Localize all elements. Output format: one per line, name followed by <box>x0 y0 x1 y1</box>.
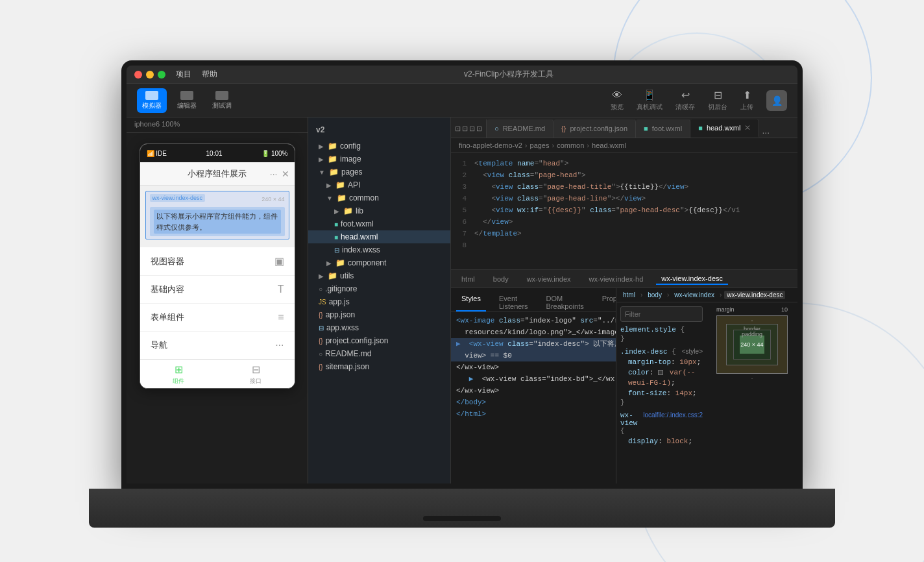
code-line-3: 3 <view class="page-head-title">{{title}… <box>451 181 797 193</box>
tree-item-api[interactable]: ▶ 📁 API <box>308 178 450 191</box>
properties-tab[interactable]: Properties <box>597 293 616 312</box>
tree-item-readme[interactable]: ○ README.md <box>308 347 450 360</box>
tree-item-label: project.config.json <box>326 336 389 345</box>
elem-wx-desc[interactable]: wx-view.index-desc <box>724 291 785 299</box>
elem-html[interactable]: html <box>620 291 638 299</box>
style-source-wx: localfile:/.index.css:2 <box>643 411 703 419</box>
tab-label: README.md <box>503 125 545 132</box>
test-button[interactable]: 测试调 <box>207 88 237 113</box>
editor-area: ⊡ ⊡ ⊡ ⊡ ○ README.md {} project.config.js… <box>451 117 797 483</box>
style-selector: .index-desc { <box>620 348 676 356</box>
tree-item-component[interactable]: ▶ 📁 component <box>308 256 450 269</box>
bottom-nav-components[interactable]: ⊞ 组件 <box>140 363 217 385</box>
real-device-action[interactable]: 📱 真机调试 <box>637 89 663 112</box>
chevron-icon: ▼ <box>319 169 325 176</box>
editor-button[interactable]: 编辑器 <box>172 88 202 113</box>
preview-action[interactable]: 👁 预览 <box>611 90 624 112</box>
box-dash-labels: - <box>716 375 788 382</box>
json-file-icon: {} <box>319 337 323 345</box>
folder-icon: 📁 <box>328 271 337 280</box>
tree-item-label: component <box>348 258 386 267</box>
tree-item-head-wxml[interactable]: ■ head.wxml <box>308 230 450 243</box>
close-button[interactable] <box>134 71 142 79</box>
laptop-container: 项目 帮助 v2-FinClip小程序开发工具 模拟器 编辑器 <box>89 34 835 528</box>
elem-body[interactable]: body <box>645 291 664 299</box>
body-tab[interactable]: body <box>488 274 514 284</box>
breadcrumb-sep-0: › <box>525 141 528 149</box>
nav-item-form[interactable]: 表单组件 ≡ <box>140 304 295 332</box>
tree-item-app-json[interactable]: {} app.json <box>308 308 450 321</box>
bottom-content: Styles Event Listeners DOM Breakpoints P… <box>451 288 797 483</box>
tab-head-wxml[interactable]: ■ head.wxml ✕ <box>690 119 759 138</box>
minimize-button[interactable] <box>146 71 154 79</box>
nav-item-nav[interactable]: 导航 ··· <box>140 332 295 360</box>
code-line-2: 2 <view class="page-head"> <box>451 169 797 181</box>
tree-item-index-wxss[interactable]: ⊟ index.wxss <box>308 243 450 256</box>
tree-item-app-wxss[interactable]: ⊟ app.wxss <box>308 321 450 334</box>
avatar[interactable]: 👤 <box>766 90 787 111</box>
clear-cache-action[interactable]: ↩ 清缓存 <box>675 89 695 112</box>
wx-view-index-tab[interactable]: wx-view.index <box>522 274 576 284</box>
upload-label: 上传 <box>740 103 753 112</box>
more-icon: ··· <box>270 169 278 179</box>
tree-item-label: index.wxss <box>342 245 380 254</box>
code-line-4: 4 <view class="page-head-line"></view> <box>451 193 797 204</box>
wxml-file-icon: ■ <box>334 221 338 228</box>
tree-item-foot-wxml[interactable]: ■ foot.wxml <box>308 217 450 230</box>
menu-project[interactable]: 项目 <box>176 69 191 80</box>
elem-wx-index[interactable]: wx-view.index <box>672 291 717 299</box>
html-line-7: </wx-view> <box>451 385 616 397</box>
menu-help[interactable]: 帮助 <box>202 69 217 80</box>
tree-item-label: app.wxss <box>326 323 359 332</box>
tree-root-header: v2 <box>308 123 450 140</box>
more-tabs-icon[interactable]: ··· <box>762 127 770 138</box>
tree-item-app-js[interactable]: JS app.js <box>308 295 450 308</box>
tree-item-sitemap[interactable]: {} sitemap.json <box>308 360 450 373</box>
tree-item-common[interactable]: ▼ 📁 common <box>308 191 450 204</box>
tree-item-lib[interactable]: ▶ 📁 lib <box>308 204 450 217</box>
html-line-2: resources/kind/logo.png">_</wx-image> <box>451 326 616 338</box>
maximize-button[interactable] <box>158 71 165 79</box>
code-content[interactable]: 1 <template name="head"> 2 <view <box>451 153 797 269</box>
breadcrumb-part-2: common <box>557 141 584 149</box>
html-tab[interactable]: html <box>456 274 480 284</box>
simulator-label: 模拟器 <box>142 101 162 110</box>
styles-devtool-tab[interactable]: Styles <box>456 293 486 312</box>
cut-backend-action[interactable]: ⊟ 切后台 <box>708 89 727 112</box>
styles-panel: html › body › wx-view.index › wx-view.in… <box>616 288 797 483</box>
event-listeners-tab[interactable]: Event Listeners <box>494 293 533 312</box>
upload-action[interactable]: ⬆ 上传 <box>740 89 753 112</box>
tree-item-project-json[interactable]: {} project.config.json <box>308 334 450 347</box>
style-prop-margin-top: margin-top: 10px; <box>620 357 703 367</box>
nav-item-label-1: 基础内容 <box>151 284 184 295</box>
styles-rules: :hov .cls + element.style { } <box>616 302 707 483</box>
wx-view-index-hd-tab[interactable]: wx-view.index-hd <box>584 274 649 284</box>
tree-item-image[interactable]: ▶ 📁 image <box>308 153 450 165</box>
code-editor: 1 <template name="head"> 2 <view <box>451 153 797 269</box>
refresh-icon: ↩ <box>681 89 690 101</box>
wxml-file-icon: ■ <box>334 234 338 241</box>
dom-breakpoints-tab[interactable]: DOM Breakpoints <box>541 293 589 312</box>
line-number: 4 <box>451 193 474 204</box>
tree-item-config[interactable]: ▶ 📁 config <box>308 140 450 153</box>
nav-item-basic[interactable]: 基础内容 T <box>140 276 295 304</box>
line-content: </template> <box>474 228 797 239</box>
menu-bar: 项目 帮助 v2-FinClip小程序开发工具 <box>127 66 797 84</box>
breadcrumb: fino-applet-demo-v2 › pages › common › h… <box>451 138 797 153</box>
line-content: </view> <box>474 216 797 228</box>
tab-project-json[interactable]: {} project.config.json <box>553 119 636 138</box>
tab-close-icon[interactable]: ✕ <box>744 123 751 132</box>
nav-item-views[interactable]: 视图容器 ▣ <box>140 247 295 276</box>
bottom-nav-api[interactable]: ⊟ 接口 <box>217 363 295 385</box>
simulator-button[interactable]: 模拟器 <box>137 88 167 113</box>
filter-input[interactable] <box>625 310 707 318</box>
tree-item-utils[interactable]: ▶ 📁 utils <box>308 269 450 282</box>
line-number: 7 <box>451 228 474 239</box>
style-selector: element.style { <box>620 326 703 334</box>
tree-item-gitignore[interactable]: ○ .gitignore <box>308 282 450 295</box>
tree-item-pages[interactable]: ▼ 📁 pages <box>308 165 450 178</box>
tab-foot-wxml[interactable]: ■ foot.wxml <box>636 119 690 138</box>
preview-label: 预览 <box>611 103 624 112</box>
tab-readme[interactable]: ○ README.md <box>487 119 553 138</box>
wx-view-index-desc-tab[interactable]: wx-view.index-desc <box>656 273 728 285</box>
